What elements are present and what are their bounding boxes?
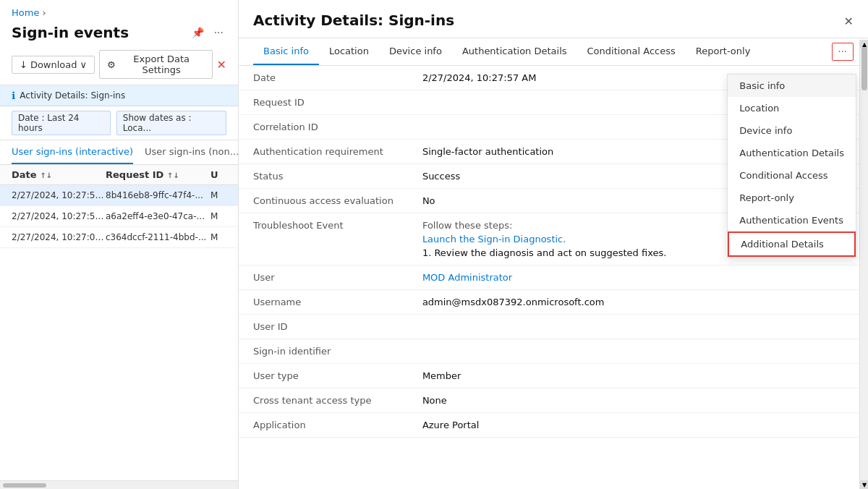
tabs-bar: User sign-ins (interactive) User sign-in…: [0, 140, 238, 165]
dropdown-menu: Basic infoLocationDevice infoAuthenticat…: [727, 74, 856, 258]
dropdown-item-location[interactable]: Location: [728, 97, 856, 119]
filter-date-chip[interactable]: Date : Last 24 hours: [12, 111, 111, 135]
dropdown-item-basic-info[interactable]: Basic info: [728, 75, 856, 97]
detail-value: Member: [408, 364, 868, 388]
panel-tab-authentication-details[interactable]: Authentication Details: [452, 38, 577, 65]
detail-label: Cross tenant access type: [239, 388, 408, 413]
dropdown-item-device-info[interactable]: Device info: [728, 119, 856, 142]
more-tabs-button[interactable]: ···: [832, 43, 854, 61]
table-row[interactable]: 2/27/2024, 10:27:53 ... a6a2eff4-e3e0-47…: [0, 206, 238, 227]
pin-icon[interactable]: 📌: [189, 25, 207, 40]
detail-row: User ID: [239, 315, 868, 339]
table-row[interactable]: 2/27/2024, 10:27:57 ... 8b416eb8-9ffc-47…: [0, 185, 238, 206]
user-link[interactable]: MOD Administrator: [422, 272, 512, 283]
detail-row: Cross tenant access typeNone: [239, 388, 868, 413]
detail-row: ApplicationAzure Portal: [239, 413, 868, 438]
right-panel: Activity Details: Sign-ins ✕ Basic infoL…: [239, 0, 868, 489]
detail-label: User: [239, 265, 408, 290]
close-filter-button[interactable]: ✕: [217, 58, 226, 72]
cell-date: 2/27/2024, 10:27:53 ...: [12, 211, 106, 221]
panel-title: Activity Details: Sign-ins: [253, 12, 454, 38]
col-date: Date ↑↓: [12, 169, 106, 180]
close-panel-button[interactable]: ✕: [844, 14, 854, 28]
detail-value: [408, 315, 868, 339]
detail-label: Application: [239, 413, 408, 438]
cell-u: M: [210, 211, 238, 221]
panel-tab-conditional-access[interactable]: Conditional Access: [577, 38, 686, 65]
panel-tab-basic-info[interactable]: Basic info: [253, 38, 319, 65]
detail-link-value: MOD Administrator: [408, 265, 868, 290]
breadcrumb-separator: ›: [42, 7, 46, 18]
info-icon: ℹ: [12, 90, 15, 101]
table-header: Date ↑↓ Request ID ↑↓ U: [0, 165, 238, 185]
scroll-thumb[interactable]: [861, 47, 867, 90]
col-u: U: [210, 169, 239, 180]
panel-tab-location[interactable]: Location: [319, 38, 379, 65]
detail-label: Correlation ID: [239, 115, 408, 140]
dropdown-item-conditional-access[interactable]: Conditional Access: [728, 164, 856, 187]
detail-label: Request ID: [239, 90, 408, 115]
detail-value: [408, 339, 868, 364]
filter-bar: Date : Last 24 hours Show dates as : Loc…: [0, 106, 238, 140]
page-header: Sign-in events 📌 ···: [0, 21, 238, 47]
header-icons: 📌 ···: [189, 25, 226, 40]
horizontal-scrollbar[interactable]: [0, 480, 238, 489]
panel-tab-report-only[interactable]: Report-only: [686, 38, 761, 65]
cell-date: 2/27/2024, 10:27:03 ...: [12, 232, 106, 242]
detail-row: Sign-in identifier: [239, 339, 868, 364]
detail-label: User ID: [239, 315, 408, 339]
detail-value: None: [408, 388, 868, 413]
detail-row: Usernameadmin@msdx087392.onmicrosoft.com: [239, 290, 868, 315]
cell-u: M: [210, 232, 238, 242]
cell-requestid: a6a2eff4-e3e0-47ca-...: [106, 211, 210, 221]
info-bar: ℹ Activity Details: Sign-ins: [0, 85, 238, 106]
left-panel: Home › Sign-in events 📌 ··· ↓ Download ∨…: [0, 0, 239, 489]
breadcrumb: Home ›: [0, 0, 238, 21]
detail-row: User typeMember: [239, 364, 868, 388]
sort-requestid-icon[interactable]: ↑↓: [167, 171, 179, 179]
page-title: Sign-in events: [12, 24, 129, 41]
chevron-down-icon: ∨: [80, 59, 88, 70]
dropdown-item-authentication-events[interactable]: Authentication Events: [728, 209, 856, 231]
panel-header: Activity Details: Sign-ins ✕: [239, 0, 868, 38]
more-options-icon[interactable]: ···: [211, 25, 226, 40]
download-button[interactable]: ↓ Download ∨: [12, 56, 95, 74]
detail-label: Authentication requirement: [239, 140, 408, 164]
detail-value: Azure Portal: [408, 413, 868, 438]
detail-value: admin@msdx087392.onmicrosoft.com: [408, 290, 868, 315]
scrollbar-thumb: [3, 483, 46, 488]
detail-label: Date: [239, 66, 408, 90]
detail-label: Status: [239, 164, 408, 189]
panel-tab-device-info[interactable]: Device info: [379, 38, 452, 65]
toolbar: ↓ Download ∨ ⚙ Export Data Settings ✕: [0, 47, 238, 85]
download-icon: ↓: [20, 59, 27, 70]
detail-label: User type: [239, 364, 408, 388]
panel-tabs: Basic infoLocationDevice infoAuthenticat…: [239, 38, 868, 66]
detail-label: Username: [239, 290, 408, 315]
tab-interactive[interactable]: User sign-ins (interactive): [12, 140, 133, 164]
filter-location-chip[interactable]: Show dates as : Loca...: [116, 111, 226, 135]
sort-date-icon[interactable]: ↑↓: [40, 171, 52, 179]
info-text: Activity Details: Sign-ins: [20, 90, 125, 101]
cell-requestid: c364dccf-2111-4bbd-...: [106, 232, 210, 242]
export-settings-button[interactable]: ⚙ Export Data Settings: [99, 50, 213, 79]
cell-u: M: [210, 190, 238, 200]
table-row[interactable]: 2/27/2024, 10:27:03 ... c364dccf-2111-4b…: [0, 227, 238, 248]
table-rows: 2/27/2024, 10:27:57 ... 8b416eb8-9ffc-47…: [0, 185, 238, 248]
home-link[interactable]: Home: [12, 7, 39, 18]
gear-icon: ⚙: [107, 59, 116, 70]
tab-non-interactive[interactable]: User sign-ins (non...: [145, 140, 239, 164]
col-requestid: Request ID ↑↓: [106, 169, 210, 180]
detail-row: UserMOD Administrator: [239, 265, 868, 290]
dropdown-item-authentication-details[interactable]: Authentication Details: [728, 142, 856, 164]
detail-label: Continuous access evaluation: [239, 189, 408, 213]
dropdown-item-report-only[interactable]: Report-only: [728, 187, 856, 209]
detail-label: Sign-in identifier: [239, 339, 408, 364]
scroll-track[interactable]: ▲ ▼: [859, 40, 868, 489]
cell-date: 2/27/2024, 10:27:57 ...: [12, 190, 106, 200]
detail-label: Troubleshoot Event: [239, 213, 408, 265]
dropdown-item-additional-details[interactable]: Additional Details: [728, 231, 856, 257]
cell-requestid: 8b416eb8-9ffc-47f4-...: [106, 190, 210, 200]
scroll-down-icon[interactable]: ▼: [860, 480, 868, 489]
